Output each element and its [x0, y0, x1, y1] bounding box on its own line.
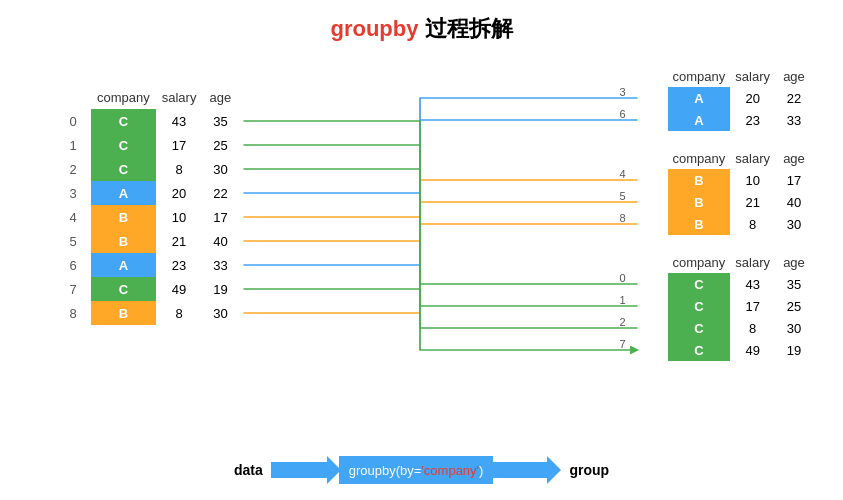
row-idx: 1	[55, 133, 91, 157]
group-c-block: company salary age C 43 35 C 17 25	[668, 251, 813, 361]
row-age: 40	[202, 229, 238, 253]
right-arrow-icon	[491, 456, 561, 484]
svg-text:8: 8	[620, 212, 626, 224]
table-row: B 10 17	[668, 169, 813, 191]
row-idx: 2	[55, 157, 91, 181]
gc-r4-age: 19	[775, 339, 813, 361]
group-b-block: company salary age B 10 17 B 21 40	[668, 147, 813, 235]
table-row: 8 B 8 30	[55, 301, 238, 325]
row-idx: 5	[55, 229, 91, 253]
svg-text:3: 3	[620, 86, 626, 98]
table-row: C 17 25	[668, 295, 813, 317]
table-row: 0 C 43 35	[55, 109, 238, 133]
group-area: company salary age A 20 22 A 23 33	[668, 65, 813, 377]
gb-r1-company: B	[668, 169, 731, 191]
gc-r1-age: 35	[775, 273, 813, 295]
row-age: 19	[202, 277, 238, 301]
gb-r2-company: B	[668, 191, 731, 213]
gc-company-h: company	[668, 251, 731, 273]
table-row: 4 B 10 17	[55, 205, 238, 229]
ga-r2-age: 33	[775, 109, 813, 131]
ga-r2-company: A	[668, 109, 731, 131]
row-salary: 21	[156, 229, 203, 253]
groupby-code-static: groupby(by='company')	[349, 463, 484, 478]
gc-age-h: age	[775, 251, 813, 273]
table-row: 6 A 23 33	[55, 253, 238, 277]
row-salary: 23	[156, 253, 203, 277]
row-salary: 8	[156, 301, 203, 325]
svg-rect-12	[491, 462, 547, 478]
row-age: 25	[202, 133, 238, 157]
table-row: C 43 35	[668, 273, 813, 295]
row-salary: 8	[156, 157, 203, 181]
row-salary: 20	[156, 181, 203, 205]
row-idx: 7	[55, 277, 91, 301]
gb-r3-age: 30	[775, 213, 813, 235]
svg-marker-13	[547, 456, 561, 484]
table-row: A 20 22	[668, 87, 813, 109]
row-company: B	[91, 205, 156, 229]
gb-r3-company: B	[668, 213, 731, 235]
gc-r1-company: C	[668, 273, 731, 295]
table-row: 1 C 17 25	[55, 133, 238, 157]
col-index-header	[55, 85, 91, 109]
ga-age-h: age	[775, 65, 813, 87]
row-company: C	[91, 157, 156, 181]
left-table: company salary age 0 C 43 35 1 C 17 25 2…	[55, 85, 238, 325]
ga-company-h: company	[668, 65, 731, 87]
gc-r3-age: 30	[775, 317, 813, 339]
row-salary: 49	[156, 277, 203, 301]
gb-age-h: age	[775, 147, 813, 169]
page-title: groupby 过程拆解	[0, 0, 843, 44]
svg-text:4: 4	[620, 168, 626, 180]
svg-text:1: 1	[620, 294, 626, 306]
row-idx: 4	[55, 205, 91, 229]
gb-r2-age: 40	[775, 191, 813, 213]
row-idx: 3	[55, 181, 91, 205]
row-company: C	[91, 133, 156, 157]
row-salary: 10	[156, 205, 203, 229]
gc-r4-salary: 49	[730, 339, 775, 361]
gc-salary-h: salary	[730, 251, 775, 273]
row-age: 30	[202, 157, 238, 181]
group-a-block: company salary age A 20 22 A 23 33	[668, 65, 813, 131]
row-company: A	[91, 181, 156, 205]
gc-r2-company: C	[668, 295, 731, 317]
row-age: 33	[202, 253, 238, 277]
gc-r2-salary: 17	[730, 295, 775, 317]
gc-r2-age: 25	[775, 295, 813, 317]
row-salary: 17	[156, 133, 203, 157]
table-row: B 8 30	[668, 213, 813, 235]
col-salary-header: salary	[156, 85, 203, 109]
row-age: 22	[202, 181, 238, 205]
row-idx: 0	[55, 109, 91, 133]
table-row: C 49 19	[668, 339, 813, 361]
ga-salary-h: salary	[730, 65, 775, 87]
table-row: B 21 40	[668, 191, 813, 213]
table-row: 2 C 8 30	[55, 157, 238, 181]
left-arrow-icon	[271, 456, 341, 484]
ga-r2-salary: 23	[730, 109, 775, 131]
row-age: 35	[202, 109, 238, 133]
table-row: C 8 30	[668, 317, 813, 339]
gb-r3-salary: 8	[730, 213, 775, 235]
ga-r1-company: A	[668, 87, 731, 109]
row-company: B	[91, 301, 156, 325]
gb-r1-salary: 10	[730, 169, 775, 191]
gb-r2-salary: 21	[730, 191, 775, 213]
gc-r1-salary: 43	[730, 273, 775, 295]
gb-company-h: company	[668, 147, 731, 169]
svg-text:6: 6	[620, 108, 626, 120]
svg-rect-10	[271, 462, 327, 478]
gb-r1-age: 17	[775, 169, 813, 191]
row-company: C	[91, 277, 156, 301]
data-label: data	[226, 462, 271, 478]
title-subtitle: 过程拆解	[425, 16, 513, 41]
title-groupby: groupby	[330, 16, 418, 41]
group-label: group	[561, 462, 617, 478]
svg-text:2: 2	[620, 316, 626, 328]
row-idx: 6	[55, 253, 91, 277]
gc-r4-company: C	[668, 339, 731, 361]
col-age-header: age	[202, 85, 238, 109]
col-company-header: company	[91, 85, 156, 109]
